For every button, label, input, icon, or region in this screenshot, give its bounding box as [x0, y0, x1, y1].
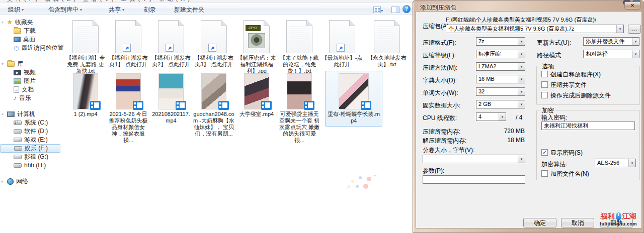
sidebar-item-network[interactable]: ▸网络 — [0, 177, 60, 186]
solid-size-combobox[interactable]: 2 GB▾ — [476, 100, 525, 108]
split-volume-combobox[interactable]: ▾ — [423, 155, 525, 163]
dictionary-combobox[interactable]: 16 MB▾ — [476, 75, 525, 83]
memory-compress-value: 720 MB — [481, 128, 525, 135]
sidebar-item-computer[interactable]: ▾计算机 — [0, 110, 60, 119]
video-file-item[interactable]: 可爱强贷主播天空飘来一个套 初次露点玩穴 嫩嫩的奶头很可爱很... — [278, 73, 320, 144]
video-file-item[interactable]: guochan2048.com -大奶酥胸【水仙妹妹】， 宝贝们，没有男朋... — [193, 73, 235, 137]
word-size-combobox[interactable]: 32▾ — [476, 87, 525, 96]
method-combobox[interactable]: LZMA2▾ — [476, 62, 525, 71]
cpu-threads-combobox[interactable]: 4▾ — [476, 112, 506, 121]
file-item[interactable]: JPG 【解压密码：来福利江湖找福利】.jpg — [235, 16, 278, 74]
media-overlay-icon — [218, 101, 229, 110]
delete-after-label[interactable]: 操作完成后删除源文件 — [550, 91, 611, 100]
encrypt-names-label[interactable]: 加密文件名(N) — [550, 170, 589, 178]
archive-name-combobox[interactable]: 个人珍藏各类型美女福利视频5 7V 9.6G (百度盘).7z▾ — [446, 25, 624, 33]
chevron-down-icon[interactable]: ▾ — [616, 25, 623, 33]
preview-pane-button[interactable] — [391, 5, 400, 13]
sidebar-item-drive-h[interactable]: hhh (H:) — [0, 161, 60, 170]
file-item[interactable]: ➜ 【福利江湖发布页1】-点此打开 — [107, 16, 149, 68]
sidebar-item-drive-d[interactable]: 软件 (D:) — [0, 127, 60, 136]
sidebar-item-downloads[interactable]: 下载 — [0, 27, 60, 35]
encrypt-names-checkbox[interactable] — [541, 170, 548, 177]
file-item[interactable]: ➜ 【福利江湖发布页2】-点此打开 — [150, 16, 192, 68]
file-item[interactable]: ➜ 【最新地址】-点此打开 — [321, 16, 363, 68]
share-button[interactable]: 共享▾ — [106, 5, 127, 13]
include-in-library-button[interactable]: 包含到库中▾ — [45, 5, 85, 13]
chevron-down-icon[interactable]: ▾ — [628, 159, 635, 167]
shortcut-file-icon: ➜ — [201, 20, 227, 53]
sidebar-item-libraries[interactable]: ▾库 — [0, 60, 60, 68]
chevron-down-icon[interactable]: ▾ — [518, 50, 525, 58]
sidebar-item-drive-f-selected[interactable]: 娱乐 (F:) — [0, 144, 60, 153]
sidebar-item-drive-e[interactable]: 游戏 (E:) — [0, 136, 60, 144]
chevron-down-icon[interactable]: ▾ — [632, 38, 639, 45]
twisty-icon[interactable]: ▾ — [2, 110, 4, 119]
video-file-item[interactable]: 1 (2).mp4 — [64, 73, 107, 118]
ok-button[interactable]: 确定 — [523, 218, 556, 227]
show-password-label[interactable]: 显示密码(S) — [550, 149, 583, 157]
cancel-button[interactable]: 取消 — [561, 218, 594, 227]
text-file-icon — [286, 20, 312, 53]
password-input[interactable]: 来福利江湖找福利 — [541, 122, 635, 130]
cpu-threads-max: / 4 — [516, 114, 522, 121]
sidebar-item-desktop[interactable]: 桌面 — [0, 35, 60, 44]
create-sfx-label[interactable]: 创建自释放程序(X) — [550, 70, 601, 79]
sidebar-item-pictures[interactable]: 图片 — [0, 77, 60, 85]
sidebar-item-documents[interactable]: 文档 — [0, 85, 60, 94]
cipher-combobox[interactable]: AES-256▾ — [595, 159, 636, 167]
sidebar-item-videos[interactable]: ▶视频 — [0, 68, 60, 77]
sidebar-item-music[interactable]: ♪音乐 — [0, 94, 60, 102]
chevron-down-icon: ▾ — [22, 8, 24, 12]
file-item[interactable]: 【福利江湖】全免费-无套路-更新快.txt — [64, 16, 107, 74]
chevron-down-icon[interactable]: ▾ — [518, 63, 525, 70]
chevron-down-icon[interactable]: ▾ — [499, 113, 506, 121]
create-sfx-checkbox[interactable] — [541, 71, 548, 77]
show-password-checkbox[interactable]: ✓ — [541, 149, 548, 156]
dictionary-label: 字典大小(D): — [423, 76, 457, 85]
compress-shared-checkbox[interactable] — [541, 81, 548, 88]
chevron-down-icon[interactable]: ▾ — [518, 38, 525, 45]
close-button[interactable]: ✕ — [624, 2, 640, 10]
text-file-icon — [72, 20, 99, 53]
sidebar-item-drive-g[interactable]: 影视 (G:) — [0, 153, 60, 161]
drive-icon — [14, 138, 22, 142]
twisty-icon[interactable]: ▸ — [2, 177, 4, 186]
new-folder-button[interactable]: 新建文件夹 — [171, 5, 207, 13]
browse-button[interactable]: ... — [628, 25, 641, 34]
chevron-down-icon[interactable]: ▾ — [518, 100, 525, 108]
video-file-item[interactable]: 2021-5-26 今日推荐粉色奶头极品身材颜值女神，撩起衣服揉... — [107, 73, 149, 144]
format-combobox[interactable]: 7z▾ — [476, 37, 525, 46]
delete-after-checkbox[interactable] — [541, 92, 548, 98]
video-thumbnail — [201, 73, 226, 109]
chevron-down-icon[interactable]: ▾ — [518, 88, 525, 95]
media-overlay-icon — [176, 101, 186, 110]
change-view-button[interactable]: ▾ — [373, 5, 388, 13]
mouse-icon — [616, 212, 621, 220]
sidebar-item-drive-c[interactable]: 系统 (C:) — [0, 119, 60, 127]
text-file-icon — [374, 20, 400, 53]
help-button[interactable]: ? — [403, 5, 411, 13]
path-mode-combobox[interactable]: 相对路径▾ — [583, 50, 639, 58]
sidebar-item-favorites[interactable]: ▾★收藏夹 — [0, 18, 60, 27]
dialog-body: 压缩包(A) F:\网红靓靓\个人珍藏各类型美女福利视频5 7V 9.6G (百… — [416, 11, 642, 228]
chevron-down-icon[interactable]: ▾ — [632, 50, 639, 58]
compress-shared-label[interactable]: 压缩共享文件 — [550, 81, 587, 89]
sidebar-item-recent[interactable]: ◷最近访问的位置 — [0, 44, 60, 52]
video-file-item[interactable]: 大学寝室.mp4 — [235, 73, 278, 118]
chevron-down-icon[interactable]: ▾ — [518, 75, 525, 83]
twisty-icon[interactable]: ▾ — [2, 60, 4, 68]
parameters-input[interactable] — [423, 175, 525, 184]
video-file-item[interactable]: 202108202117.mp4 — [150, 73, 192, 124]
drive-icon — [14, 146, 22, 151]
twisty-icon[interactable]: ▾ — [2, 18, 4, 27]
video-file-item-selected[interactable]: 里有-粉蝴蝶学长装.mp4 — [325, 71, 382, 127]
file-item[interactable]: ➜ 【福利江湖发布页3】-点此打开 — [193, 16, 235, 68]
burn-button[interactable]: 刻录 — [141, 5, 159, 13]
organize-button[interactable]: 组织▾ — [5, 5, 27, 13]
shortcut-arrow-icon: ➜ — [337, 44, 345, 52]
level-combobox[interactable]: 标准压缩▾ — [476, 50, 525, 58]
update-mode-combobox[interactable]: 添加并替换文件▾ — [583, 37, 639, 46]
file-item[interactable]: 【永久地址发布页】.txt — [364, 16, 410, 68]
file-item[interactable]: 【来了就能下载的论坛，纯免费！】.txt — [278, 16, 320, 74]
chevron-down-icon[interactable]: ▾ — [518, 155, 525, 163]
